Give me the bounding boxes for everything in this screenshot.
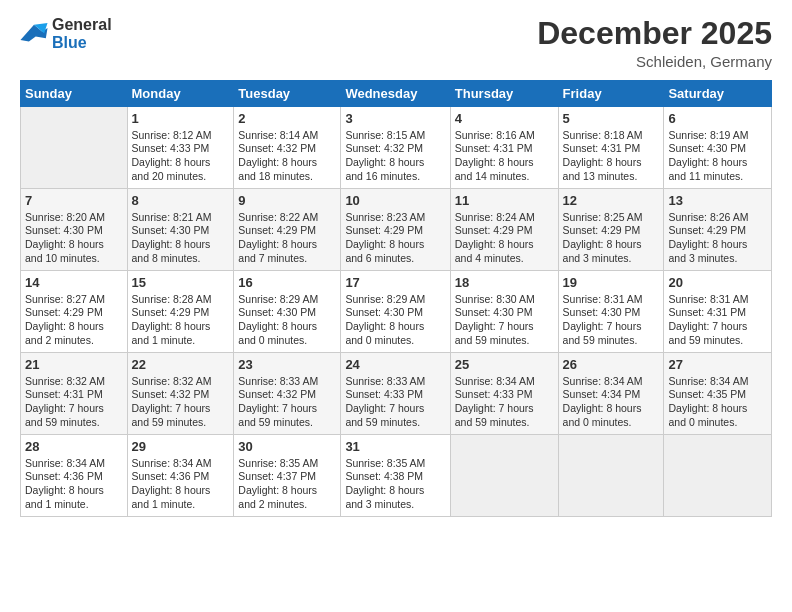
day-number: 3 — [345, 110, 445, 128]
day-number: 12 — [563, 192, 660, 210]
day-info: Sunrise: 8:32 AM Sunset: 4:32 PM Dayligh… — [132, 375, 230, 430]
header-friday: Friday — [558, 81, 664, 107]
calendar-cell: 14Sunrise: 8:27 AM Sunset: 4:29 PM Dayli… — [21, 271, 128, 353]
day-number: 17 — [345, 274, 445, 292]
calendar-cell — [21, 107, 128, 189]
calendar-cell: 20Sunrise: 8:31 AM Sunset: 4:31 PM Dayli… — [664, 271, 772, 353]
calendar-cell: 4Sunrise: 8:16 AM Sunset: 4:31 PM Daylig… — [450, 107, 558, 189]
day-info: Sunrise: 8:34 AM Sunset: 4:36 PM Dayligh… — [25, 457, 123, 512]
calendar-cell: 11Sunrise: 8:24 AM Sunset: 4:29 PM Dayli… — [450, 189, 558, 271]
day-number: 19 — [563, 274, 660, 292]
day-number: 30 — [238, 438, 336, 456]
calendar-cell: 15Sunrise: 8:28 AM Sunset: 4:29 PM Dayli… — [127, 271, 234, 353]
day-info: Sunrise: 8:30 AM Sunset: 4:30 PM Dayligh… — [455, 293, 554, 348]
day-info: Sunrise: 8:24 AM Sunset: 4:29 PM Dayligh… — [455, 211, 554, 266]
day-number: 28 — [25, 438, 123, 456]
logo-icon — [20, 23, 48, 45]
calendar-cell: 1Sunrise: 8:12 AM Sunset: 4:33 PM Daylig… — [127, 107, 234, 189]
day-info: Sunrise: 8:34 AM Sunset: 4:33 PM Dayligh… — [455, 375, 554, 430]
day-info: Sunrise: 8:34 AM Sunset: 4:34 PM Dayligh… — [563, 375, 660, 430]
day-info: Sunrise: 8:26 AM Sunset: 4:29 PM Dayligh… — [668, 211, 767, 266]
day-number: 22 — [132, 356, 230, 374]
calendar-cell: 9Sunrise: 8:22 AM Sunset: 4:29 PM Daylig… — [234, 189, 341, 271]
day-info: Sunrise: 8:34 AM Sunset: 4:35 PM Dayligh… — [668, 375, 767, 430]
calendar-week-1: 1Sunrise: 8:12 AM Sunset: 4:33 PM Daylig… — [21, 107, 772, 189]
title-block: December 2025 Schleiden, Germany — [537, 16, 772, 70]
day-info: Sunrise: 8:12 AM Sunset: 4:33 PM Dayligh… — [132, 129, 230, 184]
day-info: Sunrise: 8:34 AM Sunset: 4:36 PM Dayligh… — [132, 457, 230, 512]
calendar-cell: 27Sunrise: 8:34 AM Sunset: 4:35 PM Dayli… — [664, 353, 772, 435]
day-number: 6 — [668, 110, 767, 128]
header-monday: Monday — [127, 81, 234, 107]
day-number: 8 — [132, 192, 230, 210]
calendar-page: General Blue December 2025 Schleiden, Ge… — [0, 0, 792, 612]
day-number: 13 — [668, 192, 767, 210]
calendar-header-row: Sunday Monday Tuesday Wednesday Thursday… — [21, 81, 772, 107]
day-number: 21 — [25, 356, 123, 374]
calendar-cell: 24Sunrise: 8:33 AM Sunset: 4:33 PM Dayli… — [341, 353, 450, 435]
calendar-cell: 28Sunrise: 8:34 AM Sunset: 4:36 PM Dayli… — [21, 435, 128, 517]
day-number: 15 — [132, 274, 230, 292]
day-info: Sunrise: 8:32 AM Sunset: 4:31 PM Dayligh… — [25, 375, 123, 430]
day-number: 27 — [668, 356, 767, 374]
calendar-cell: 19Sunrise: 8:31 AM Sunset: 4:30 PM Dayli… — [558, 271, 664, 353]
calendar-week-3: 14Sunrise: 8:27 AM Sunset: 4:29 PM Dayli… — [21, 271, 772, 353]
calendar-week-5: 28Sunrise: 8:34 AM Sunset: 4:36 PM Dayli… — [21, 435, 772, 517]
header: General Blue December 2025 Schleiden, Ge… — [20, 16, 772, 70]
calendar-table: Sunday Monday Tuesday Wednesday Thursday… — [20, 80, 772, 517]
header-thursday: Thursday — [450, 81, 558, 107]
day-info: Sunrise: 8:35 AM Sunset: 4:37 PM Dayligh… — [238, 457, 336, 512]
calendar-cell: 22Sunrise: 8:32 AM Sunset: 4:32 PM Dayli… — [127, 353, 234, 435]
day-number: 10 — [345, 192, 445, 210]
day-info: Sunrise: 8:16 AM Sunset: 4:31 PM Dayligh… — [455, 129, 554, 184]
day-info: Sunrise: 8:29 AM Sunset: 4:30 PM Dayligh… — [238, 293, 336, 348]
day-number: 26 — [563, 356, 660, 374]
day-info: Sunrise: 8:18 AM Sunset: 4:31 PM Dayligh… — [563, 129, 660, 184]
day-number: 18 — [455, 274, 554, 292]
day-number: 25 — [455, 356, 554, 374]
calendar-cell: 18Sunrise: 8:30 AM Sunset: 4:30 PM Dayli… — [450, 271, 558, 353]
day-info: Sunrise: 8:35 AM Sunset: 4:38 PM Dayligh… — [345, 457, 445, 512]
header-saturday: Saturday — [664, 81, 772, 107]
calendar-cell: 8Sunrise: 8:21 AM Sunset: 4:30 PM Daylig… — [127, 189, 234, 271]
day-number: 24 — [345, 356, 445, 374]
calendar-cell — [450, 435, 558, 517]
day-info: Sunrise: 8:28 AM Sunset: 4:29 PM Dayligh… — [132, 293, 230, 348]
calendar-cell: 31Sunrise: 8:35 AM Sunset: 4:38 PM Dayli… — [341, 435, 450, 517]
calendar-cell: 6Sunrise: 8:19 AM Sunset: 4:30 PM Daylig… — [664, 107, 772, 189]
calendar-cell: 16Sunrise: 8:29 AM Sunset: 4:30 PM Dayli… — [234, 271, 341, 353]
day-number: 29 — [132, 438, 230, 456]
day-info: Sunrise: 8:21 AM Sunset: 4:30 PM Dayligh… — [132, 211, 230, 266]
day-number: 14 — [25, 274, 123, 292]
day-number: 1 — [132, 110, 230, 128]
calendar-cell: 29Sunrise: 8:34 AM Sunset: 4:36 PM Dayli… — [127, 435, 234, 517]
day-number: 20 — [668, 274, 767, 292]
day-info: Sunrise: 8:23 AM Sunset: 4:29 PM Dayligh… — [345, 211, 445, 266]
day-info: Sunrise: 8:19 AM Sunset: 4:30 PM Dayligh… — [668, 129, 767, 184]
day-number: 31 — [345, 438, 445, 456]
day-number: 16 — [238, 274, 336, 292]
header-wednesday: Wednesday — [341, 81, 450, 107]
calendar-cell: 3Sunrise: 8:15 AM Sunset: 4:32 PM Daylig… — [341, 107, 450, 189]
header-sunday: Sunday — [21, 81, 128, 107]
logo: General Blue — [20, 16, 112, 51]
calendar-cell: 30Sunrise: 8:35 AM Sunset: 4:37 PM Dayli… — [234, 435, 341, 517]
calendar-cell: 23Sunrise: 8:33 AM Sunset: 4:32 PM Dayli… — [234, 353, 341, 435]
day-info: Sunrise: 8:14 AM Sunset: 4:32 PM Dayligh… — [238, 129, 336, 184]
day-number: 4 — [455, 110, 554, 128]
calendar-week-4: 21Sunrise: 8:32 AM Sunset: 4:31 PM Dayli… — [21, 353, 772, 435]
calendar-body: 1Sunrise: 8:12 AM Sunset: 4:33 PM Daylig… — [21, 107, 772, 517]
calendar-cell: 21Sunrise: 8:32 AM Sunset: 4:31 PM Dayli… — [21, 353, 128, 435]
calendar-cell — [664, 435, 772, 517]
month-title: December 2025 — [537, 16, 772, 51]
calendar-cell: 13Sunrise: 8:26 AM Sunset: 4:29 PM Dayli… — [664, 189, 772, 271]
calendar-cell — [558, 435, 664, 517]
header-tuesday: Tuesday — [234, 81, 341, 107]
day-info: Sunrise: 8:25 AM Sunset: 4:29 PM Dayligh… — [563, 211, 660, 266]
calendar-cell: 25Sunrise: 8:34 AM Sunset: 4:33 PM Dayli… — [450, 353, 558, 435]
calendar-cell: 26Sunrise: 8:34 AM Sunset: 4:34 PM Dayli… — [558, 353, 664, 435]
location-subtitle: Schleiden, Germany — [537, 53, 772, 70]
day-info: Sunrise: 8:15 AM Sunset: 4:32 PM Dayligh… — [345, 129, 445, 184]
calendar-cell: 2Sunrise: 8:14 AM Sunset: 4:32 PM Daylig… — [234, 107, 341, 189]
day-info: Sunrise: 8:31 AM Sunset: 4:31 PM Dayligh… — [668, 293, 767, 348]
